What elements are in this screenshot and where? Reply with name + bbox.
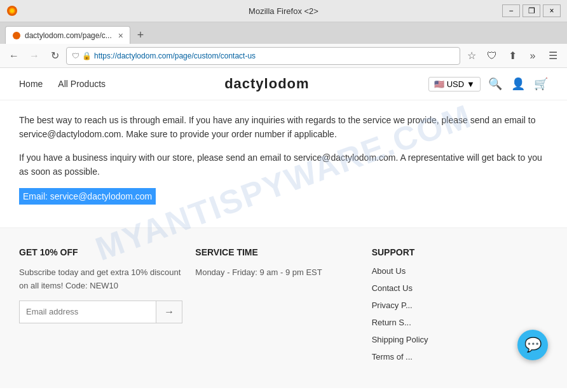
footer-service-col: SERVICE TIME Monday - Friday: 9 am - 9 p… bbox=[195, 247, 371, 369]
svg-point-3 bbox=[13, 32, 20, 39]
shield-icon: 🛡 bbox=[72, 51, 79, 60]
contact-us-link[interactable]: Contact Us bbox=[372, 283, 535, 293]
nav-right-icons: ☆ 🛡 ⬆ » ☰ bbox=[463, 47, 562, 65]
back-button[interactable]: ← bbox=[5, 47, 23, 65]
window-title: Mozilla Firefox <2> bbox=[249, 6, 318, 16]
tab-close-button[interactable]: × bbox=[118, 30, 123, 41]
support-heading: SUPPORT bbox=[372, 247, 535, 257]
navigation-bar: ← → ↻ 🛡 🔒 https://dactylodom.com/page/cu… bbox=[0, 44, 567, 68]
shipping-policy-link[interactable]: Shipping Policy bbox=[372, 335, 535, 344]
nav-home[interactable]: Home bbox=[19, 79, 43, 89]
footer-discount-col: GET 10% OFF Subscribe today and get extr… bbox=[19, 247, 195, 369]
chat-icon: 💬 bbox=[524, 337, 542, 353]
discount-description: Subscribe today and get extra 10% discou… bbox=[19, 266, 182, 293]
page-content: The best way to reach us is through emai… bbox=[0, 100, 567, 227]
privacy-policy-link[interactable]: Privacy P... bbox=[372, 301, 535, 310]
nav-all-products[interactable]: All Products bbox=[58, 79, 106, 89]
security-icons: 🛡 🔒 bbox=[72, 51, 92, 60]
discount-heading: GET 10% OFF bbox=[19, 247, 182, 257]
firefox-icon bbox=[6, 5, 18, 17]
tab-favicon bbox=[12, 31, 21, 40]
site-logo: dactylodom bbox=[224, 76, 309, 92]
contact-para-1: The best way to reach us is through emai… bbox=[19, 113, 548, 142]
about-us-link[interactable]: About Us bbox=[372, 266, 535, 276]
cart-icon[interactable]: 🛒 bbox=[534, 77, 548, 91]
svg-point-2 bbox=[10, 9, 14, 13]
email-highlight: Email: service@dactylodom.com bbox=[19, 188, 156, 205]
currency-label: USD bbox=[447, 79, 464, 89]
site-nav: Home All Products bbox=[19, 79, 106, 89]
currency-selector[interactable]: 🇺🇸 USD ▼ bbox=[428, 77, 481, 91]
header-right: 🇺🇸 USD ▼ 🔍 👤 🛒 bbox=[428, 77, 548, 91]
currency-chevron-icon: ▼ bbox=[467, 79, 475, 89]
restore-button[interactable]: ❐ bbox=[523, 4, 540, 17]
search-icon[interactable]: 🔍 bbox=[488, 77, 502, 91]
email-input[interactable] bbox=[20, 301, 156, 323]
account-icon[interactable]: 👤 bbox=[511, 77, 525, 91]
return-shipping-link[interactable]: Return S... bbox=[372, 318, 535, 327]
minimize-button[interactable]: − bbox=[502, 4, 520, 17]
close-button[interactable]: × bbox=[543, 4, 561, 17]
terms-link[interactable]: Terms of ... bbox=[372, 352, 535, 362]
window-controls: − ❐ × bbox=[502, 4, 561, 17]
new-tab-button[interactable]: + bbox=[132, 26, 149, 44]
bookmark-star-icon[interactable]: ☆ bbox=[463, 47, 481, 65]
service-time-hours: Monday - Friday: 9 am - 9 pm EST bbox=[195, 266, 359, 280]
header-icons: 🔍 👤 🛒 bbox=[488, 77, 548, 91]
forward-button[interactable]: → bbox=[25, 47, 43, 65]
chat-button[interactable]: 💬 bbox=[517, 330, 548, 360]
address-bar[interactable]: 🛡 🔒 https://dactylodom.com/page/custom/c… bbox=[66, 47, 460, 65]
title-bar: Mozilla Firefox <2> − ❐ × bbox=[0, 0, 567, 22]
site-header: Home All Products dactylodom 🇺🇸 USD ▼ 🔍 … bbox=[0, 68, 567, 100]
tab-label: dactylodom.com/page/c... bbox=[25, 31, 112, 40]
tab-bar: dactylodom.com/page/c... × + bbox=[0, 22, 567, 44]
reload-button[interactable]: ↻ bbox=[46, 47, 64, 65]
menu-icon[interactable]: ☰ bbox=[544, 47, 562, 65]
contact-para-2: If you have a business inquiry with our … bbox=[19, 151, 548, 179]
shield-nav-icon[interactable]: 🛡 bbox=[483, 47, 501, 65]
site-footer: GET 10% OFF Subscribe today and get extr… bbox=[0, 227, 567, 388]
site-wrapper: MYANTISPYWARE.COM Home All Products dact… bbox=[0, 68, 567, 392]
url-text: https://dactylodom.com/page/custom/conta… bbox=[94, 51, 454, 60]
email-subscribe-form[interactable]: → bbox=[19, 301, 182, 323]
service-time-heading: SERVICE TIME bbox=[195, 247, 359, 257]
lock-icon: 🔒 bbox=[82, 51, 92, 60]
active-tab[interactable]: dactylodom.com/page/c... × bbox=[5, 26, 130, 44]
currency-flag: 🇺🇸 bbox=[434, 79, 444, 89]
subscribe-button[interactable]: → bbox=[156, 301, 182, 323]
share-icon[interactable]: ⬆ bbox=[503, 47, 521, 65]
extensions-icon[interactable]: » bbox=[524, 47, 542, 65]
